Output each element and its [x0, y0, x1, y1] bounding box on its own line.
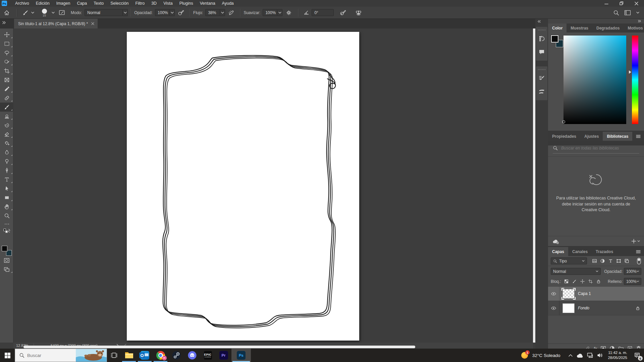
- menu-imagen[interactable]: Imagen: [53, 0, 74, 7]
- tool-frame[interactable]: [0, 75, 13, 84]
- lock-pixels-icon[interactable]: [571, 278, 579, 285]
- tool-more-tools[interactable]: [0, 220, 13, 228]
- tool-paint-bucket[interactable]: [0, 139, 13, 148]
- taskbar-app-photoshop-active[interactable]: Ps: [231, 349, 251, 362]
- tray-temperature[interactable]: 32°C: [532, 353, 542, 358]
- tab-degradados[interactable]: Degradados: [592, 23, 624, 33]
- layer-name[interactable]: Fondo: [578, 306, 589, 310]
- taskbar-app-steam[interactable]: [168, 349, 184, 362]
- chevron-down-icon[interactable]: [52, 12, 55, 14]
- drag-handle[interactable]: [538, 69, 545, 70]
- tool-eraser[interactable]: [0, 130, 13, 139]
- tool-pen[interactable]: [0, 166, 13, 175]
- expand-panels-chevrons-icon[interactable]: [535, 19, 548, 24]
- lock-position-icon[interactable]: [579, 278, 587, 285]
- tab-bibliotecas[interactable]: Bibliotecas: [603, 132, 632, 141]
- filter-toggle[interactable]: [637, 257, 641, 265]
- tool-brush[interactable]: [0, 103, 13, 112]
- tool-crop[interactable]: [0, 66, 13, 75]
- brush-angle-button[interactable]: [302, 10, 312, 16]
- brushes-panel-button[interactable]: [536, 85, 547, 98]
- volume-tray-icon[interactable]: [595, 349, 605, 362]
- tab-capas[interactable]: Capas: [548, 247, 568, 256]
- tool-selection-brush[interactable]: [0, 57, 13, 66]
- hue-slider-marker[interactable]: [629, 70, 631, 74]
- clock[interactable]: 11:42 a. m. 28/05/2025: [608, 350, 627, 360]
- blend-mode-select[interactable]: Normal: [85, 9, 128, 16]
- comments-panel-button[interactable]: [536, 45, 547, 59]
- workspace-switcher-button[interactable]: [622, 10, 633, 15]
- layer-filter-select[interactable]: Tipo: [551, 257, 587, 264]
- blend-mode-select[interactable]: Normal: [551, 268, 601, 275]
- add-library-button[interactable]: [631, 239, 640, 244]
- tool-clone-stamp[interactable]: [0, 112, 13, 121]
- restore-button[interactable]: [614, 0, 629, 7]
- taskbar-app-chrome[interactable]: H: [153, 349, 168, 362]
- paint-symmetry-button[interactable]: [352, 9, 365, 16]
- taskbar-search-box[interactable]: [15, 349, 107, 362]
- tool-move[interactable]: [0, 30, 13, 39]
- smoothing-select[interactable]: 100%: [263, 9, 282, 16]
- layer-row-capa-1[interactable]: Capa 1: [548, 287, 644, 301]
- document-tab[interactable]: Sin título-1 al 12.8% (Capa 1, RGB/8) *: [14, 19, 98, 28]
- tool-spot-healing[interactable]: [0, 94, 13, 103]
- tab-propiedades[interactable]: Propiedades: [548, 132, 580, 141]
- search-button[interactable]: [610, 10, 622, 16]
- workspace-chevron[interactable]: [633, 12, 642, 14]
- smoothing-options-button[interactable]: [282, 10, 295, 16]
- menu-capa[interactable]: Capa: [73, 0, 90, 7]
- size-pressure-button[interactable]: [334, 9, 352, 16]
- close-button[interactable]: [629, 0, 644, 7]
- tool-lasso[interactable]: [0, 48, 13, 57]
- lock-all-icon[interactable]: [595, 278, 603, 285]
- tool-dodge[interactable]: [0, 157, 13, 166]
- tab-trazados[interactable]: Trazados: [592, 247, 617, 256]
- collapse-panels-chevrons-icon[interactable]: [548, 19, 644, 23]
- layer-visibility-toggle[interactable]: [548, 287, 559, 301]
- lock-transparency-icon[interactable]: [562, 278, 571, 285]
- tool-path-selection[interactable]: [0, 184, 13, 193]
- quick-mask-button[interactable]: [0, 256, 13, 265]
- weather-button[interactable]: 1: [519, 349, 530, 362]
- airbrush-button[interactable]: [225, 9, 237, 16]
- cloud-status-icon[interactable]: [552, 239, 559, 244]
- chevron-down-icon[interactable]: [31, 12, 34, 14]
- search-highlight-otter-image[interactable]: [76, 349, 107, 362]
- panel-menu-icon[interactable]: [636, 247, 644, 256]
- menu-texto[interactable]: Texto: [90, 0, 107, 7]
- tool-blur[interactable]: [0, 148, 13, 157]
- filter-type-layers-icon[interactable]: [606, 257, 614, 264]
- tool-rectangular-marquee[interactable]: [0, 39, 13, 48]
- home-button[interactable]: [0, 10, 13, 16]
- canvas-pasteboard[interactable]: [13, 28, 533, 343]
- layer-thumbnail[interactable]: [562, 303, 575, 313]
- task-view-button[interactable]: [107, 349, 121, 362]
- menu-seleccion[interactable]: Selección: [107, 0, 132, 7]
- menu-vista[interactable]: Vista: [160, 0, 176, 7]
- brush-preview[interactable]: 15: [37, 9, 52, 17]
- tool-rectangle[interactable]: [0, 193, 13, 202]
- foreground-color-swatch[interactable]: [2, 246, 7, 251]
- taskbar-app-epic-games[interactable]: EPIC GAMES: [200, 349, 216, 362]
- toggle-brush-panel-button[interactable]: [55, 9, 69, 16]
- tab-motivos[interactable]: Motivos: [624, 23, 644, 33]
- tool-zoom[interactable]: [0, 211, 13, 220]
- document-canvas[interactable]: [127, 32, 359, 341]
- lock-artboard-icon[interactable]: [587, 278, 595, 285]
- tab-overflow-chevrons-icon[interactable]: [2, 21, 6, 24]
- menu-plugins[interactable]: Plugins: [176, 0, 197, 7]
- brush-settings-panel-button[interactable]: [536, 71, 547, 85]
- menu-3d[interactable]: 3D: [148, 0, 160, 7]
- tab-canales[interactable]: Canales: [568, 247, 592, 256]
- layer-fill-select[interactable]: 100%: [624, 278, 641, 285]
- filter-smart-objects-icon[interactable]: [623, 257, 631, 264]
- network-tray-icon[interactable]: [585, 349, 595, 362]
- drag-handle[interactable]: [538, 29, 545, 31]
- saturation-brightness-field[interactable]: [564, 36, 626, 124]
- taskbar-app-discord[interactable]: [184, 349, 200, 362]
- tab-muestras[interactable]: Muestras: [567, 23, 592, 33]
- screen-mode-button[interactable]: [0, 265, 13, 274]
- libraries-search-input[interactable]: [561, 146, 635, 150]
- start-button[interactable]: [0, 349, 15, 362]
- tool-preset-button[interactable]: [20, 10, 31, 16]
